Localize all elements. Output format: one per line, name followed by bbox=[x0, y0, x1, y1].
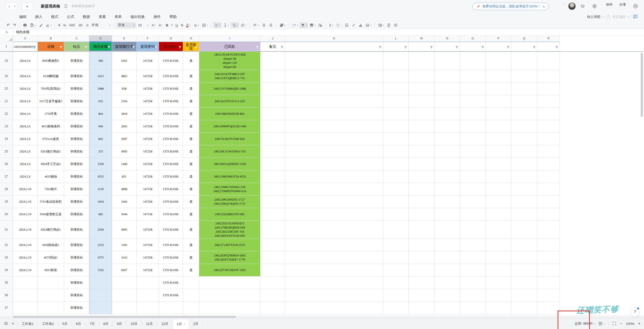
cell-C1[interactable]: 站点 bbox=[64, 42, 89, 51]
focus-range-button[interactable]: 关注选区 bbox=[612, 15, 626, 19]
filter-funnel-icon-J[interactable] bbox=[280, 46, 284, 50]
row-header-36[interactable]: 36 bbox=[0, 289, 13, 302]
document-icon[interactable] bbox=[386, 22, 392, 28]
cell-L31[interactable] bbox=[383, 221, 409, 239]
cell-G18[interactable]: CITI BANK bbox=[159, 52, 183, 70]
cell-J21[interactable] bbox=[260, 95, 285, 108]
cell-C37[interactable]: 菲律宾站 bbox=[64, 302, 89, 314]
cell-F24[interactable]: 147258 bbox=[137, 133, 159, 145]
cell-Q25[interactable] bbox=[511, 145, 537, 158]
link-icon[interactable] bbox=[350, 22, 357, 28]
cell-C29[interactable]: 菲律宾站 bbox=[64, 196, 89, 208]
cell-A36[interactable] bbox=[13, 289, 38, 302]
cell-C30[interactable]: 菲律宾站 bbox=[64, 208, 89, 221]
cell-M27[interactable] bbox=[409, 170, 435, 183]
menu-item-编辑[interactable]: 编辑 bbox=[15, 15, 31, 19]
cell-H25[interactable]: 是 bbox=[183, 145, 199, 158]
cell-F1[interactable]: 提现密码 bbox=[137, 42, 159, 51]
cell-I28[interactable]: 240123MKVD5NE1-5362401270MPEFWMW-614 bbox=[199, 183, 260, 196]
cell-K1[interactable] bbox=[285, 42, 383, 51]
column-header-O[interactable]: O bbox=[460, 35, 486, 42]
cell-F21[interactable]: 147258 bbox=[137, 95, 159, 108]
cell-O27[interactable] bbox=[460, 170, 486, 183]
cell-E32[interactable]: 1183 bbox=[112, 239, 137, 251]
add-comment-icon[interactable] bbox=[393, 22, 399, 28]
new-tab-button[interactable]: + bbox=[22, 3, 33, 10]
cell-P30[interactable] bbox=[486, 208, 511, 221]
column-header-N[interactable]: N bbox=[435, 35, 460, 42]
history-icon[interactable] bbox=[579, 2, 587, 10]
cell-G1[interactable]: 提现银行 bbox=[159, 42, 183, 51]
cell-G21[interactable]: CITI BANK bbox=[159, 95, 183, 108]
cell-Q18[interactable] bbox=[511, 52, 537, 70]
cell-B22[interactable]: 2750手表 bbox=[38, 108, 64, 120]
cell-O26[interactable] bbox=[460, 158, 486, 170]
cell-C31[interactable]: 菲律宾站 bbox=[64, 221, 89, 239]
avatar-collapse-icon[interactable]: ‹ bbox=[563, 2, 564, 6]
cell-O37[interactable] bbox=[460, 302, 486, 314]
vertical-align-icon[interactable]: ▾ bbox=[222, 22, 230, 28]
cell-Q20[interactable] bbox=[511, 83, 537, 95]
cell-E20[interactable]: 838 bbox=[112, 83, 137, 95]
cell-G22[interactable]: CITI BANK bbox=[159, 108, 183, 120]
filter-funnel-icon-B[interactable] bbox=[59, 46, 63, 50]
cell-L37[interactable] bbox=[383, 302, 409, 314]
cell-H19[interactable]: 是 bbox=[183, 70, 199, 83]
cell-B31[interactable]: 9263医疗用品1 bbox=[38, 221, 64, 239]
cell-N28[interactable] bbox=[435, 183, 460, 196]
filter-funnel-icon-E[interactable] bbox=[132, 46, 135, 50]
filter-funnel-icon-K[interactable] bbox=[379, 46, 382, 50]
column-header-C[interactable]: C bbox=[64, 35, 89, 42]
cell-Q32[interactable] bbox=[511, 239, 537, 251]
cell-R31[interactable] bbox=[537, 221, 560, 239]
cell-H31[interactable]: 是 bbox=[183, 221, 199, 239]
menu-item-查看[interactable]: 查看 bbox=[94, 15, 110, 19]
cell-B35[interactable] bbox=[38, 276, 64, 289]
horizontal-scrollbar-thumb[interactable] bbox=[13, 316, 236, 318]
cell-L19[interactable] bbox=[383, 70, 409, 83]
cell-G25[interactable]: CITI BANK bbox=[159, 145, 183, 158]
cell-I27[interactable]: 240123ME4MUF29-4535 bbox=[199, 170, 260, 183]
menu-item-公式[interactable]: 公式 bbox=[63, 15, 78, 19]
cell-G27[interactable]: CITI BANK bbox=[159, 170, 183, 183]
cell-L35[interactable] bbox=[383, 276, 409, 289]
cell-M34[interactable] bbox=[409, 264, 435, 276]
cell-D33[interactable]: 3575 bbox=[89, 251, 112, 264]
cell-H23[interactable]: 是 bbox=[183, 120, 199, 133]
cell-B33[interactable]: 4675药品1 bbox=[38, 251, 64, 264]
menu-item-帮助[interactable]: 帮助 bbox=[165, 15, 181, 19]
cell-O22[interactable] bbox=[460, 108, 486, 120]
cell-R26[interactable] bbox=[537, 158, 560, 170]
row-header-26[interactable]: 26 bbox=[0, 158, 13, 170]
filter-funnel-icon-I[interactable] bbox=[256, 46, 259, 50]
cell-Q35[interactable] bbox=[511, 276, 537, 289]
row-header-21[interactable]: 21 bbox=[0, 95, 13, 108]
help-button[interactable]: ? bbox=[630, 307, 640, 317]
horizontal-scrollbar[interactable] bbox=[0, 315, 644, 318]
cell-P23[interactable] bbox=[486, 120, 511, 133]
cell-J33[interactable] bbox=[260, 251, 285, 264]
cell-R28[interactable] bbox=[537, 183, 560, 196]
cell-P31[interactable] bbox=[486, 221, 511, 239]
indent-decrease-icon[interactable] bbox=[261, 22, 267, 28]
print-icon[interactable] bbox=[22, 22, 28, 28]
row-header-35[interactable]: 35 bbox=[0, 276, 13, 289]
cell-E26[interactable]: 1449 bbox=[112, 158, 137, 170]
cell-F28[interactable]: 147158 bbox=[137, 183, 159, 196]
more-options-icon[interactable] bbox=[632, 2, 639, 10]
sheet-tab-11月[interactable]: 11月 bbox=[142, 318, 157, 329]
cell-M31[interactable] bbox=[409, 221, 435, 239]
percent-format-button[interactable]: % bbox=[62, 22, 67, 28]
merge-cells-icon[interactable]: ▾ bbox=[239, 22, 248, 28]
cell-H26[interactable]: 是 bbox=[183, 158, 199, 170]
column-header-G[interactable]: G bbox=[159, 35, 183, 42]
cell-Q34[interactable] bbox=[511, 264, 537, 276]
cell-A26[interactable]: 2024.2.6 bbox=[13, 158, 38, 170]
cell-C36[interactable]: 菲律宾站 bbox=[64, 289, 89, 302]
sheet-tab-1月[interactable]: 1月▾ bbox=[173, 319, 189, 329]
cell-D22[interactable]: 864 bbox=[89, 108, 112, 120]
cell-F19[interactable]: 147258 bbox=[137, 70, 159, 83]
cell-P33[interactable] bbox=[486, 251, 511, 264]
row-header-34[interactable]: 34 bbox=[0, 264, 13, 276]
cell-M24[interactable] bbox=[409, 133, 435, 145]
